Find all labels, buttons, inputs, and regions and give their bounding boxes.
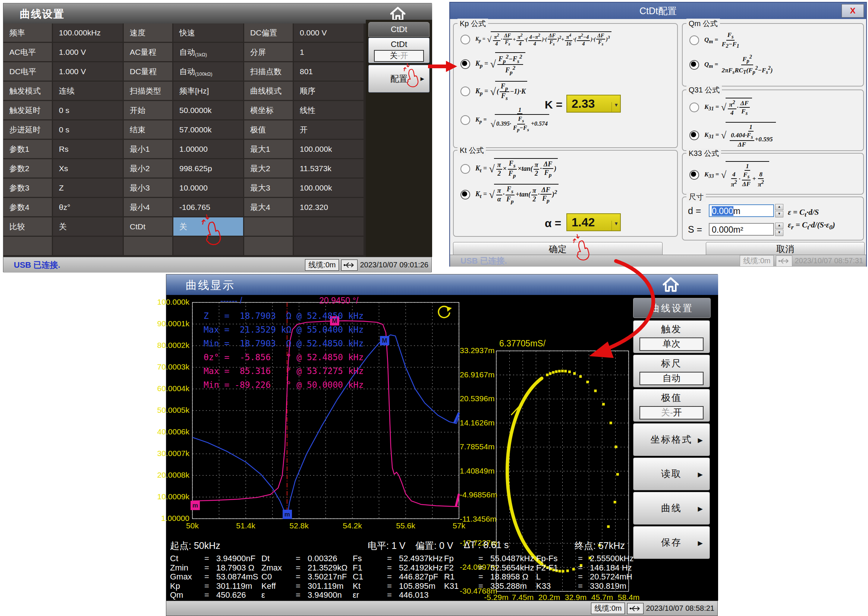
result-item: Fp=55.0487kHz xyxy=(444,554,534,563)
q31-options: K31 = √π24·ΔFFsK31 = √10.404·FsΔF+0.595 xyxy=(684,94,862,154)
result-item: Keff=301.119m xyxy=(261,581,344,591)
setting-value[interactable]: 自动(1kΩ) xyxy=(173,43,243,61)
result-item: R1=18.8958 Ω xyxy=(444,572,528,582)
setting-value[interactable]: 频率[Hz] xyxy=(173,82,243,100)
marker-readout: Z = 18.7903 Ω @ 52.4850 kHzMax = 21.3529… xyxy=(204,309,364,392)
sweep-dt: ΔT : 8.61 s xyxy=(464,539,509,550)
radio-button[interactable] xyxy=(460,86,470,96)
sidebar-header-curve-settings[interactable]: 曲线设置 xyxy=(633,298,711,318)
sidebar-button-5[interactable]: 读取► xyxy=(633,457,710,490)
radio-button[interactable] xyxy=(460,59,470,69)
setting-value[interactable] xyxy=(53,237,122,255)
curve-display-titlebar: 曲线显示 xyxy=(166,275,718,295)
setting-label: 触发模式 xyxy=(3,82,52,100)
sidebar-button-7[interactable]: 保存► xyxy=(633,526,710,559)
setting-value[interactable]: 快速 xyxy=(173,24,243,42)
setting-value[interactable] xyxy=(294,237,364,255)
formula: Qm = FsF2−F1 xyxy=(704,31,741,50)
setting-value[interactable]: 开 xyxy=(294,121,364,139)
sidebar-button-value: 自动 xyxy=(639,372,703,385)
setting-value[interactable]: 57.0000k xyxy=(173,121,243,139)
setting-value[interactable]: θz° xyxy=(53,198,122,216)
setting-value[interactable]: 1.000 V xyxy=(53,62,122,80)
readout-line: Min = 18.7903 Ω @ 52.4850 kHz xyxy=(204,337,364,350)
y-tick-label: 26.9167m xyxy=(460,370,493,379)
setting-value[interactable] xyxy=(294,217,364,236)
setting-value[interactable]: 自动(100kΩ) xyxy=(173,62,243,80)
ctdt-toggle-button[interactable]: CtDt 关-开 xyxy=(368,38,430,63)
x-tick-label: 50k xyxy=(174,521,211,530)
radio-button[interactable] xyxy=(689,170,699,180)
setting-value[interactable]: 1.000 V xyxy=(53,43,122,61)
y-tick-label: 90.0001k xyxy=(156,319,189,328)
setting-value[interactable]: 11.5373k xyxy=(294,159,364,178)
radio-button[interactable] xyxy=(460,115,470,125)
sidebar-button-2[interactable]: 标尺自动 xyxy=(633,355,710,387)
setting-value[interactable]: 关 xyxy=(53,217,122,236)
setting-value[interactable]: Xs xyxy=(53,159,122,178)
ctdt-config-button[interactable]: 配置 ► xyxy=(368,65,430,93)
setting-value[interactable]: 0 s xyxy=(53,101,122,119)
epsilon-r-formula: εr = Ct·d/(S·ε0) xyxy=(788,220,835,231)
result-item: K33=330.819m xyxy=(536,581,626,591)
setting-value[interactable]: 100.000kHz xyxy=(53,24,122,42)
k-const-dropdown[interactable]: 2.33▼ xyxy=(567,95,621,113)
y-tick-label: 20.0008k xyxy=(156,471,189,479)
radio-button[interactable] xyxy=(460,35,470,44)
setting-value[interactable]: 1 xyxy=(294,43,364,61)
alpha-const-dropdown[interactable]: 1.42▼ xyxy=(567,213,621,231)
qm-options: Qm = FsF2−F1Qm = Fp22πFsRCT(Fp2−Fs2) xyxy=(684,28,862,80)
radio-button[interactable] xyxy=(460,190,470,200)
setting-value[interactable]: 998.625p xyxy=(173,159,243,178)
setting-label: 最大3 xyxy=(244,179,293,197)
sweep-start: 起点: 50kHz xyxy=(170,539,220,552)
setting-label: 扫描类型 xyxy=(124,82,172,100)
setting-value[interactable]: 顺序 xyxy=(294,82,364,100)
formula: K33 = √14π2·FsΔF+8π2 xyxy=(704,161,769,189)
setting-value[interactable]: Rs xyxy=(53,140,122,158)
setting-value[interactable]: 801 xyxy=(294,62,364,80)
setting-value[interactable]: Z xyxy=(53,179,122,197)
setting-value[interactable]: 100.000k xyxy=(294,179,364,197)
setting-value[interactable] xyxy=(173,237,243,255)
home-icon[interactable] xyxy=(389,6,406,21)
radio-button[interactable] xyxy=(460,164,470,174)
sidebar-button-3[interactable]: 极值关-开 xyxy=(633,389,710,422)
setting-value[interactable]: 0.000 V xyxy=(294,24,364,42)
sidebar-button-1[interactable]: 触发单次 xyxy=(633,320,710,353)
setting-label: 开始 xyxy=(124,101,172,119)
setting-label: 参数4 xyxy=(3,198,52,216)
setting-label xyxy=(124,237,172,255)
home-icon[interactable] xyxy=(662,277,679,292)
sidebar-button-4[interactable]: 坐标格式► xyxy=(633,423,710,456)
clock-text: 2023/10/07 09:01:26 xyxy=(360,261,429,269)
d-input[interactable]: 0.000m xyxy=(709,204,774,217)
setting-value[interactable]: 50.0000k xyxy=(173,101,243,119)
setting-value[interactable]: 连续 xyxy=(53,82,122,100)
radio-button[interactable] xyxy=(689,130,699,140)
radio-button[interactable] xyxy=(689,35,699,45)
setting-value[interactable]: 关 xyxy=(173,217,243,236)
close-icon[interactable]: X xyxy=(841,4,864,17)
series2-scale-label: 20.9450 °/ xyxy=(319,296,358,306)
clock-text: 2023/10/07 08:57:31 xyxy=(794,256,863,265)
radio-button[interactable] xyxy=(689,60,699,70)
formula: Kt = √πα·FsFp+tan(π2·ΔFFp)2 xyxy=(476,184,559,205)
setting-value[interactable]: 1.00000 xyxy=(173,140,243,158)
s-spinner[interactable]: ▲▼ xyxy=(775,223,783,236)
setting-label: DC偏置 xyxy=(244,24,293,42)
y-tick-label: 60.0004k xyxy=(156,384,189,393)
d-spinner[interactable]: ▲▼ xyxy=(775,204,783,217)
setting-value[interactable]: 0 s xyxy=(53,121,122,139)
setting-value[interactable]: 102.320 xyxy=(294,198,364,216)
s-input[interactable]: 0.000m² xyxy=(709,223,774,236)
result-item: Qm=450.626 xyxy=(170,590,246,600)
setting-value[interactable]: -106.765 xyxy=(173,198,243,216)
result-item: F1=52.4192kHz xyxy=(353,563,443,573)
sidebar-button-6[interactable]: 曲线► xyxy=(633,492,710,525)
setting-value[interactable]: 10.0000 xyxy=(173,179,243,197)
result-item: Fp-Fs=2.55500kHz xyxy=(536,554,634,563)
setting-value[interactable]: 线性 xyxy=(294,101,364,119)
radio-button[interactable] xyxy=(689,102,699,112)
setting-value[interactable]: 100.000k xyxy=(294,140,364,158)
